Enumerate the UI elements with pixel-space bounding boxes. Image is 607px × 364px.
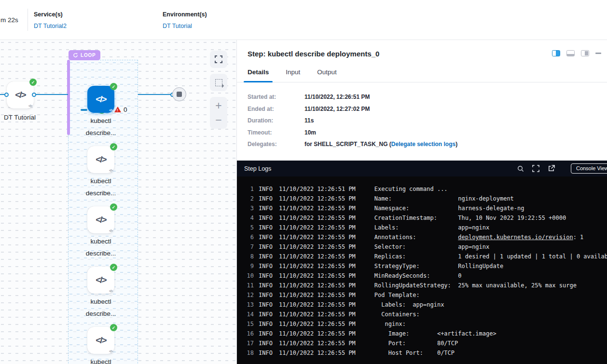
harness-execution-view: m 22s Service(s) DT Tutorial2 Environmen…	[0, 0, 607, 364]
canvas-zoom-controls: + −	[210, 97, 227, 129]
step-logs-header: Step Logs	[237, 161, 607, 176]
tab-input[interactable]: Input	[286, 68, 300, 82]
log-timestamp: 11/10/2022 12:26:55 PM	[279, 310, 356, 319]
detail-row: Started at:11/10/2022, 12:26:51 PM	[248, 94, 596, 101]
log-timestamp: 11/10/2022 12:26:55 PM	[279, 242, 356, 252]
canvas-marquee-select-button[interactable]	[210, 74, 227, 91]
fullscreen-icon	[215, 55, 222, 63]
log-level: INFO	[259, 281, 273, 290]
canvas-fullscreen-button[interactable]	[210, 51, 227, 68]
log-line: 1INFO11/10/2022 12:26:51 PMExecuting com…	[237, 184, 607, 194]
log-timestamp: 11/10/2022 12:26:55 PM	[279, 213, 356, 223]
log-message: Labels: app=nginx	[374, 223, 489, 232]
node-label: kubectl describe...	[70, 235, 131, 259]
edge-start-to-loop	[35, 94, 68, 95]
detail-value: for SHELL_SCRIPT_TASK_NG (Delegate selec…	[304, 141, 457, 148]
shell-script-mini-icon: </>	[109, 289, 112, 293]
log-line: 10INFO11/10/2022 12:26:55 PMMinReadySeco…	[237, 271, 607, 281]
log-timestamp: 11/10/2022 12:26:55 PM	[279, 223, 356, 232]
log-fullscreen-button[interactable]	[532, 165, 539, 172]
loop-icon	[73, 53, 78, 58]
log-timestamp: 11/10/2022 12:26:55 PM	[279, 290, 356, 300]
log-level: INFO	[259, 290, 273, 300]
zoom-out-button[interactable]: −	[210, 111, 227, 129]
log-line-number: 14	[237, 310, 254, 319]
node-dt-tutorial[interactable]: </> ✓ </>	[7, 81, 34, 108]
service-block: Service(s) DT Tutorial2	[34, 11, 67, 30]
shell-script-mini-icon: </>	[109, 229, 112, 232]
tab-details[interactable]: Details	[248, 68, 269, 82]
log-level: INFO	[259, 348, 273, 358]
port-right	[32, 93, 36, 97]
log-timestamp: 11/10/2022 12:26:51 PM	[279, 184, 356, 194]
detail-value: 11/10/2022, 12:27:02 PM	[304, 106, 370, 113]
collapse-group-button[interactable]	[81, 109, 87, 111]
group-failed-count: 0	[124, 106, 127, 113]
log-message: Image: <+artifact.image>	[374, 329, 497, 338]
panel-view-controls	[552, 50, 601, 56]
execution-duration: m 22s	[0, 16, 18, 24]
node-kubectl-describe[interactable]: </>✓</>	[87, 206, 114, 233]
success-badge-icon: ✓	[110, 143, 117, 150]
log-line-number: 5	[237, 223, 254, 232]
log-level: INFO	[259, 300, 273, 310]
log-message: Namespace: harness-delegate-ng	[374, 203, 524, 213]
node-kubectl-describe[interactable]: </>✓</>	[87, 146, 114, 173]
environment-link[interactable]: DT Tutorial	[163, 23, 192, 29]
view-minimized-right-button[interactable]	[581, 50, 589, 56]
console-view-button[interactable]: Console View	[571, 163, 607, 174]
service-link[interactable]: DT Tutorial2	[34, 23, 67, 29]
group-warning-icon: !	[114, 107, 121, 113]
log-timestamp: 11/10/2022 12:26:55 PM	[279, 348, 356, 358]
node-kubectl-describe[interactable]: </>✓</>	[87, 267, 114, 294]
execution-header: m 22s Service(s) DT Tutorial2 Environmen…	[0, 0, 607, 40]
detail-label: Started at:	[248, 94, 304, 101]
log-line-number: 17	[237, 338, 254, 348]
node-label: kubectl describe...	[70, 175, 131, 199]
log-message: Executing command ...	[374, 184, 448, 194]
log-line-number: 18	[237, 348, 254, 358]
log-level: INFO	[259, 203, 273, 213]
log-timestamp: 11/10/2022 12:26:55 PM	[279, 329, 356, 338]
detail-tabs: DetailsInputOutput	[237, 68, 607, 82]
detail-label: Ended at:	[248, 106, 304, 113]
log-line-number: 11	[237, 281, 254, 290]
log-line: 13INFO11/10/2022 12:26:55 PM Labels: app…	[237, 300, 607, 310]
log-line-number: 1	[237, 184, 254, 194]
log-level: INFO	[259, 184, 273, 194]
log-message: Name: nginx-deployment	[374, 194, 514, 203]
log-timestamp: 11/10/2022 12:26:55 PM	[279, 194, 356, 203]
collapse-panel-button[interactable]	[595, 53, 601, 54]
log-open-new-tab-button[interactable]	[548, 165, 555, 172]
log-level: INFO	[259, 310, 273, 319]
search-icon	[517, 165, 524, 172]
view-bottom-button[interactable]	[566, 50, 575, 56]
log-message: Pod Template:	[374, 290, 420, 300]
detail-row: Duration:11s	[248, 117, 596, 125]
log-line: 3INFO11/10/2022 12:26:55 PMNamespace: ha…	[237, 203, 607, 213]
node-kubectl-describe[interactable]: </>✓</>	[87, 327, 114, 354]
delegate-selection-logs-link[interactable]: Delegate selection logs	[391, 141, 455, 148]
log-search-button[interactable]	[517, 165, 524, 172]
shell-script-mini-icon: </>	[109, 108, 112, 112]
log-level: INFO	[259, 252, 273, 261]
log-timestamp: 11/10/2022 12:26:55 PM	[279, 281, 356, 290]
log-line-number: 13	[237, 300, 254, 310]
log-line: 2INFO11/10/2022 12:26:55 PMName: nginx-d…	[237, 194, 607, 203]
log-level: INFO	[259, 213, 273, 223]
log-line-number: 12	[237, 290, 254, 300]
tab-output[interactable]: Output	[317, 68, 337, 82]
log-message: RollingUpdateStrategy: 25% max unavailab…	[374, 281, 577, 290]
step-logs-output: 1INFO11/10/2022 12:26:51 PMExecuting com…	[237, 176, 607, 364]
log-line: 7INFO11/10/2022 12:26:55 PMSelector: app…	[237, 242, 607, 252]
pipeline-canvas[interactable]: LOOP </> ✓ </> DT Tutorial k. ✓ 9 ! 0	[0, 40, 237, 364]
node-kubectl-describe[interactable]: </>✓</>	[87, 86, 114, 113]
view-split-right-button[interactable]	[552, 50, 560, 56]
log-timestamp: 11/10/2022 12:26:55 PM	[279, 203, 356, 213]
log-message: Annotations: deployment.kubernetes.io/re…	[374, 232, 584, 242]
log-link[interactable]: deployment.kubernetes.io/revision	[458, 234, 573, 241]
log-message: nginx:	[374, 319, 406, 329]
step-details-panel: Step: kubectl describe deployments_0 Det…	[237, 40, 607, 364]
log-line-number: 7	[237, 242, 254, 252]
node-label: DT Tutorial	[0, 111, 50, 123]
